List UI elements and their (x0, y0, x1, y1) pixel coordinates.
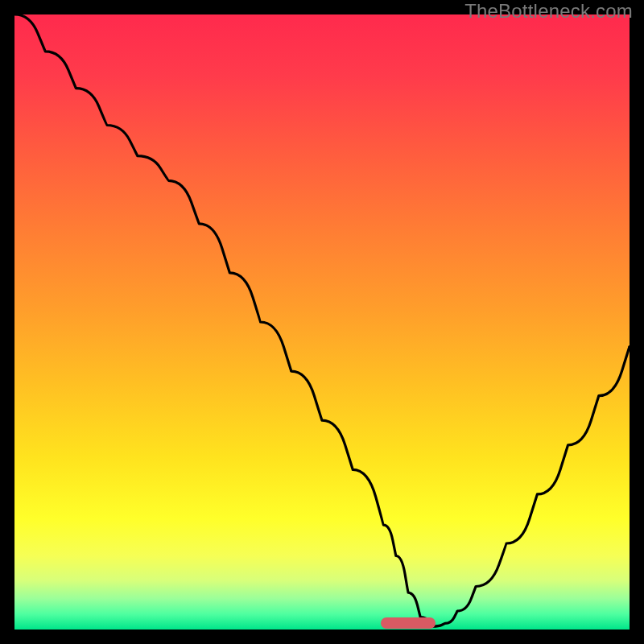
optimal-range-marker (381, 617, 436, 629)
plot-area (14, 14, 630, 630)
bottleneck-curve (14, 14, 630, 630)
chart-frame: TheBottleneck.com (0, 0, 644, 644)
watermark-text: TheBottleneck.com (464, 0, 633, 23)
